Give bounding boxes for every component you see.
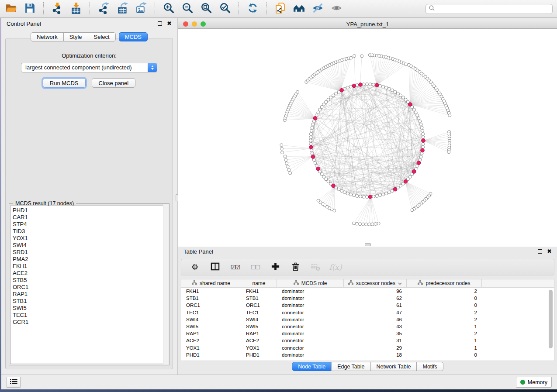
close-panel-icon[interactable]: ✖	[167, 21, 172, 26]
delete-row-icon	[291, 262, 300, 272]
deselect-all-button[interactable]: ☐☐	[249, 261, 261, 273]
delete-row-button[interactable]	[290, 261, 301, 273]
show-panels-button[interactable]	[7, 377, 21, 388]
tab-edge-table[interactable]: Edge Table	[331, 362, 370, 371]
tab-mcds[interactable]: MCDS	[119, 32, 148, 41]
show-all-button[interactable]	[330, 2, 343, 15]
search-input[interactable]	[437, 6, 549, 12]
float-table-panel-icon[interactable]	[538, 249, 542, 254]
table-scrollbar-thumb[interactable]	[549, 290, 553, 348]
cell-successor-nodes: 31	[344, 337, 407, 344]
save-session-button[interactable]	[23, 2, 36, 15]
zoom-fit-button[interactable]	[200, 2, 213, 15]
select-all-button[interactable]: ☑☑	[229, 261, 241, 273]
mcds-result-item[interactable]: SRD1	[13, 249, 168, 256]
export-table-button[interactable]	[116, 2, 129, 15]
tab-node-table[interactable]: Node Table	[292, 362, 332, 371]
cell-MCDS-role: dominator	[277, 288, 344, 295]
cell-name: ORC1	[241, 302, 277, 309]
hide-selected-button[interactable]	[311, 2, 324, 15]
tab-network[interactable]: Network	[31, 32, 64, 41]
traffic-lights	[183, 21, 206, 27]
mcds-result-item[interactable]: PMA2	[13, 256, 168, 263]
mcds-result-item[interactable]: SWI5	[13, 305, 168, 312]
import-table-button[interactable]	[69, 2, 83, 15]
mcds-list-scrollbar[interactable]	[163, 204, 169, 364]
memory-button[interactable]: Memory	[516, 377, 552, 388]
close-table-panel-icon[interactable]: ✖	[547, 249, 552, 254]
cell-shared-name: PHD1	[181, 351, 241, 358]
mcds-result-item[interactable]: STP4	[13, 221, 168, 228]
mcds-result-item[interactable]: TEC1	[13, 312, 168, 319]
mcds-result-item[interactable]: ACE2	[13, 270, 168, 277]
function-builder-button[interactable]: f(x)	[330, 261, 341, 273]
gear-button[interactable]: ⚙	[189, 261, 201, 273]
mcds-result-item[interactable]: YOX1	[13, 235, 168, 242]
column-header-shared-name[interactable]: shared name	[181, 279, 241, 287]
minimize-window-icon[interactable]	[192, 21, 197, 27]
table-row[interactable]: TEC1TEC1connector472	[181, 309, 554, 316]
first-neighbors-button[interactable]	[292, 2, 305, 15]
import-table-icon	[70, 2, 82, 15]
refresh-layout-button[interactable]	[246, 2, 259, 15]
cell-predecessor-nodes: 2	[407, 330, 482, 337]
table-row[interactable]: SWI4SWI4dominator462	[181, 316, 554, 323]
mcds-result-item[interactable]: CAR1	[13, 214, 168, 221]
table-row[interactable]: ORC1ORC1dominator610	[181, 302, 554, 309]
mcds-result-item[interactable]: RAP1	[13, 291, 168, 298]
mcds-result-item[interactable]: GCR1	[13, 319, 168, 326]
mcds-result-list[interactable]: PHD1CAR1STP4TID3YOX1SWI4SRD1PMA2FKH1ACE2…	[10, 206, 168, 364]
zoom-selected-button[interactable]	[218, 2, 232, 15]
column-header-successor-nodes[interactable]: successor nodes	[344, 279, 407, 287]
criterion-select[interactable]: largest connected component (undirected)	[21, 63, 157, 72]
columns-button[interactable]	[209, 261, 221, 273]
split-handle[interactable]	[365, 243, 371, 246]
run-mcds-button[interactable]: Run MCDS	[43, 78, 86, 88]
column-header-predecessor-nodes[interactable]: predecessor nodes	[407, 279, 482, 287]
network-canvas[interactable]	[178, 29, 557, 247]
open-file-button[interactable]	[4, 2, 17, 15]
cell-predecessor-nodes: 1	[407, 323, 482, 330]
tab-network-table[interactable]: Network Table	[370, 362, 417, 371]
search-box[interactable]	[426, 4, 553, 14]
tab-select[interactable]: Select	[88, 32, 116, 41]
table-panel-title: Table Panel	[183, 248, 213, 255]
table-row[interactable]: ACE2ACE2connector311	[181, 337, 554, 344]
column-header-name[interactable]: name	[241, 279, 277, 287]
mcds-result-item[interactable]: STB1	[13, 298, 168, 305]
export-image-icon	[135, 2, 147, 15]
table-row[interactable]: YOX1YOX1connector291	[181, 344, 554, 351]
zoom-out-button[interactable]	[181, 2, 194, 15]
zoom-in-button[interactable]	[162, 2, 175, 15]
table-row[interactable]: PHD1PHD1dominator180	[181, 351, 554, 358]
float-panel-icon[interactable]	[158, 21, 162, 26]
mcds-result-item[interactable]: FKH1	[13, 263, 168, 270]
list-icon	[10, 378, 17, 386]
control-panel-titlebar: Control Panel ✖	[1, 18, 177, 29]
table-row[interactable]: SWI5SWI5connector431	[181, 323, 554, 330]
tab-style[interactable]: Style	[63, 32, 88, 41]
network-window-titlebar: YPA_prune.txt_1	[178, 20, 557, 29]
mcds-result-item[interactable]: TID3	[13, 228, 168, 235]
mcds-result-item[interactable]: STB5	[13, 277, 168, 284]
maximize-window-icon[interactable]	[201, 21, 206, 27]
sort-desc-icon	[398, 280, 402, 286]
import-network-button[interactable]	[51, 2, 64, 15]
export-network-button[interactable]	[97, 2, 110, 15]
add-row-button[interactable]	[270, 261, 281, 273]
mcds-result-item[interactable]: ORC1	[13, 284, 168, 291]
table-row[interactable]: RAP1RAP1dominator352	[181, 330, 554, 337]
close-window-icon[interactable]	[183, 21, 188, 27]
export-image-button[interactable]	[135, 2, 148, 15]
mcds-result-item[interactable]: SWI4	[13, 242, 168, 249]
table-row[interactable]: FKH1FKH1dominator962	[181, 288, 554, 295]
delete-table-button[interactable]	[310, 261, 321, 273]
table-row[interactable]: STB1STB1dominator620	[181, 295, 554, 302]
column-header-MCDS-role[interactable]: MCDS role	[277, 279, 344, 287]
cell-name: RAP1	[241, 330, 277, 337]
mcds-result-item[interactable]: PHD1	[13, 207, 168, 214]
close-panel-button[interactable]: Close panel	[92, 78, 136, 88]
cell-successor-nodes: 43	[344, 323, 407, 330]
tab-motifs[interactable]: Motifs	[416, 362, 443, 371]
clone-network-button[interactable]	[273, 2, 287, 15]
